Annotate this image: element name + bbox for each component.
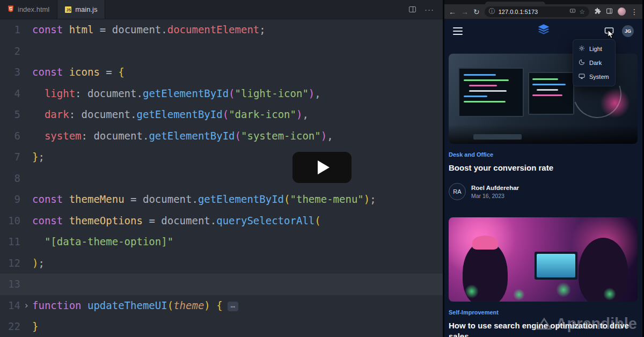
- line-number: 11: [0, 231, 20, 253]
- post-category[interactable]: Desk and Office: [449, 151, 638, 158]
- code-editor-pane: index.html JS main.js ··· 1const html = …: [0, 0, 443, 337]
- back-icon[interactable]: ←: [449, 8, 456, 16]
- post-title[interactable]: Boost your conversion rate: [449, 163, 638, 173]
- line-number: 9: [0, 189, 20, 210]
- theme-option-label: Dark: [589, 60, 602, 66]
- code-text: function updateThemeUI(theme) {⋯: [32, 295, 443, 317]
- code-line: 1const html = document.documentElement;: [0, 19, 443, 41]
- author-name: Roel Aufderehar: [471, 185, 519, 191]
- user-avatar[interactable]: JG: [622, 25, 634, 37]
- browser-window: ← → ↻ ⓘ 127.0.0.1:5173 ☆ ⋮: [443, 0, 642, 337]
- code-text: );: [32, 253, 443, 274]
- theme-menu: Light Dark System: [573, 39, 616, 86]
- address-bar[interactable]: ⓘ 127.0.0.1:5173 ☆: [485, 6, 589, 17]
- code-line: 13: [0, 274, 443, 295]
- fold-gutter: [20, 189, 32, 210]
- line-number: 12: [0, 253, 20, 274]
- fold-gutter: [20, 231, 32, 253]
- extensions-puzzle-icon[interactable]: [594, 7, 601, 17]
- tab-main-js[interactable]: JS main.js: [57, 0, 105, 19]
- code-line: 22}: [0, 316, 443, 337]
- forward-icon[interactable]: →: [461, 8, 469, 16]
- line-number: 2: [0, 41, 20, 62]
- code-text: [32, 41, 443, 62]
- theme-option-label: Light: [589, 46, 602, 52]
- js-file-icon: JS: [65, 6, 71, 13]
- moon-icon: [579, 59, 585, 67]
- fold-gutter: [20, 83, 32, 105]
- code-text: const html = document.documentElement;: [32, 19, 443, 41]
- bookmark-star-icon[interactable]: ☆: [579, 8, 585, 16]
- tab-index-html[interactable]: index.html: [0, 0, 57, 19]
- laptop-decor: [535, 252, 577, 280]
- bokeh-decor: [513, 289, 525, 301]
- bokeh-decor: [556, 282, 571, 297]
- theme-option-label: System: [589, 74, 609, 80]
- browser-menu-icon[interactable]: ⋮: [631, 8, 638, 16]
- line-number: 6: [0, 126, 20, 147]
- code-line: 14›function updateThemeUI(theme) {⋯: [0, 295, 443, 317]
- code-text: }: [32, 316, 443, 337]
- site-logo-icon[interactable]: [537, 23, 551, 39]
- code-text: light: document.getElementById("light-ic…: [32, 83, 443, 105]
- fold-gutter: [20, 210, 32, 232]
- line-number: 4: [0, 83, 20, 105]
- code-text: const themeOptions = document.querySelec…: [32, 210, 443, 232]
- browser-active-tab[interactable]: [485, 2, 545, 4]
- browser-profile-avatar[interactable]: [618, 8, 626, 16]
- web-page: JG Light Dark: [444, 19, 642, 337]
- fold-gutter: [20, 41, 32, 62]
- side-panel-icon[interactable]: [606, 7, 613, 17]
- reload-icon[interactable]: ↻: [473, 8, 480, 16]
- code-text: "[data-theme-option]": [32, 231, 443, 253]
- screen: index.html JS main.js ··· 1const html = …: [0, 0, 644, 337]
- code-text: const themeMenu = document.getElementByI…: [32, 189, 443, 210]
- line-number: 5: [0, 104, 20, 126]
- fold-gutter: [20, 253, 32, 274]
- code-line: 6 system: document.getElementById("syste…: [0, 126, 443, 147]
- pink-hat-decor: [472, 236, 498, 250]
- code-line: 12);: [0, 253, 443, 274]
- split-editor-icon[interactable]: [409, 6, 416, 12]
- monitor-icon: [579, 73, 585, 80]
- site-info-icon[interactable]: ⓘ: [489, 7, 495, 16]
- author-avatar: RA: [449, 183, 466, 200]
- fold-gutter: [20, 126, 32, 147]
- theme-option-system[interactable]: System: [573, 70, 615, 84]
- line-number: 1: [0, 19, 20, 41]
- hamburger-menu-icon[interactable]: [453, 27, 463, 35]
- code-text: [32, 274, 443, 295]
- code-line: 10const themeOptions = document.querySel…: [0, 210, 443, 232]
- line-number: 10: [0, 210, 20, 232]
- fold-gutter: [20, 146, 32, 168]
- post-category[interactable]: Self-Improvement: [449, 309, 638, 316]
- fold-gutter: [20, 274, 32, 295]
- code-line: 8: [0, 168, 443, 189]
- post-date: Mar 16, 2023: [471, 193, 519, 199]
- code-line: 4 light: document.getElementById("light-…: [0, 83, 443, 105]
- line-number: 3: [0, 62, 20, 83]
- theme-option-dark[interactable]: Dark: [573, 56, 615, 70]
- sun-icon: [579, 45, 585, 53]
- more-actions-icon[interactable]: ···: [425, 5, 434, 14]
- install-icon[interactable]: [569, 7, 576, 17]
- line-number: 8: [0, 168, 20, 189]
- code-line: 5 dark: document.getElementById("dark-ic…: [0, 104, 443, 126]
- code-text: [32, 168, 443, 189]
- fold-chevron-icon[interactable]: ›: [20, 295, 32, 317]
- line-number: 7: [0, 146, 20, 168]
- code-text: };: [32, 146, 443, 168]
- post-card-2[interactable]: Self-Improvement How to use search engin…: [449, 217, 638, 337]
- play-icon: [318, 160, 330, 174]
- editor-tab-actions: ···: [409, 0, 443, 19]
- browser-tab-strip: [444, 0, 642, 4]
- fold-gutter: [20, 104, 32, 126]
- video-play-button[interactable]: [292, 152, 352, 183]
- line-number: 13: [0, 274, 20, 295]
- bokeh-decor: [603, 288, 616, 301]
- theme-option-light[interactable]: Light: [573, 42, 615, 56]
- bokeh-decor: [465, 284, 479, 298]
- post-title[interactable]: How to use search engine optimization to…: [449, 320, 638, 337]
- theme-toggle-button[interactable]: [604, 26, 614, 36]
- url-text: 127.0.0.1:5173: [499, 9, 567, 15]
